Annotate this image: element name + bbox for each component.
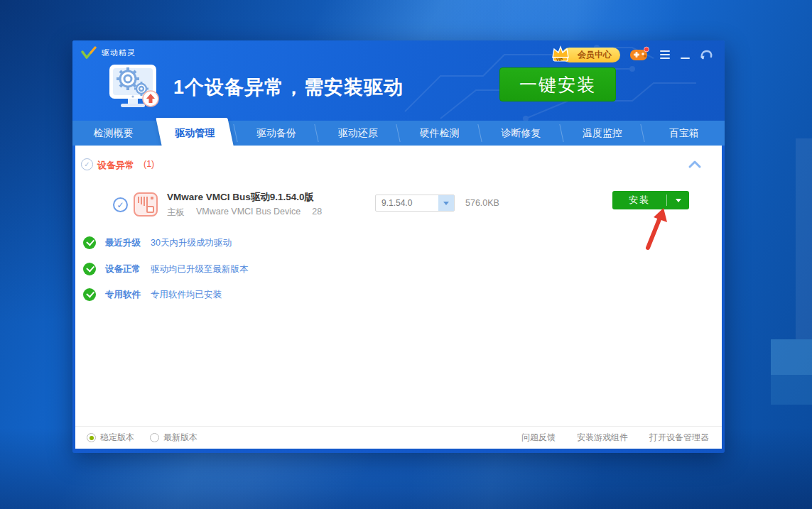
radio-stable-label: 稳定版本 — [100, 432, 134, 444]
radio-latest-label: 最新版本 — [163, 432, 197, 444]
header-headline: 1个设备异常，需安装驱动 — [173, 75, 404, 100]
version-value: 9.1.54.0 — [376, 195, 438, 211]
driver-category: 主板 — [167, 207, 185, 219]
status-label: 专用软件 — [105, 289, 141, 301]
install-split-button[interactable]: 安装 — [612, 191, 689, 209]
member-center-label: 会员中心 — [578, 49, 612, 61]
wallpaper-panel — [771, 375, 812, 405]
motherboard-device-icon — [134, 192, 158, 217]
radio-stable-version[interactable]: 稳定版本 — [87, 432, 134, 444]
status-desc: 驱动均已升级至最新版本 — [151, 263, 249, 275]
driver-device-count: 28 — [312, 207, 322, 219]
link-open-device-manager[interactable]: 打开设备管理器 — [649, 432, 709, 444]
tab-toolbox[interactable]: 百宝箱 — [643, 121, 725, 146]
status-row-device-normal: 设备正常 驱动均已升级至最新版本 — [75, 262, 722, 276]
abnormal-device-section-header: ✓ 设备异常 (1) — [75, 156, 722, 173]
green-check-icon — [83, 288, 96, 301]
content-panel: ✓ 设备异常 (1) ✓ VMware VMCI Bus驱动9.1.54.0版 … — [75, 146, 722, 426]
section-count: (1) — [144, 159, 154, 169]
radio-dot — [87, 433, 96, 442]
status-desc: 30天内升级成功驱动 — [151, 237, 232, 249]
driver-checkbox[interactable]: ✓ — [113, 197, 128, 212]
version-caret-icon — [438, 195, 454, 211]
install-button-label: 安装 — [612, 191, 666, 209]
desktop-wallpaper: 驱动精灵 VIP 会员中心 — [0, 0, 812, 509]
tab-driver-management[interactable]: 驱动管理 — [154, 121, 236, 146]
app-title: 驱动精灵 — [102, 48, 136, 58]
section-check-icon: ✓ — [81, 158, 93, 170]
window-header: 驱动精灵 VIP 会员中心 — [72, 40, 725, 121]
titlebar: 驱动精灵 — [81, 46, 136, 59]
footer-links: 问题反馈 安装游戏组件 打开设备管理器 — [521, 432, 709, 444]
footer-bar: 稳定版本 最新版本 问题反馈 安装游戏组件 打开设备管理器 — [75, 426, 722, 449]
menu-icon[interactable] — [659, 49, 671, 60]
monitor-gear-icon — [105, 62, 165, 116]
status-label: 设备正常 — [105, 263, 141, 275]
radio-dot — [150, 433, 159, 442]
tab-hardware-test[interactable]: 硬件检测 — [399, 121, 480, 146]
driver-device-name: VMware VMCI Bus Device — [196, 207, 301, 219]
driver-name: VMware VMCI Bus驱动9.1.54.0版 — [167, 191, 314, 204]
titlebar-controls: VIP 会员中心 — [562, 46, 713, 63]
app-logo-icon — [81, 46, 97, 59]
section-title: 设备异常 — [97, 159, 134, 172]
status-label: 最近升级 — [105, 237, 141, 249]
status-desc: 专用软件均已安装 — [151, 289, 222, 301]
driver-subtitle: 主板 VMware VMCI Bus Device 28 — [167, 207, 322, 219]
tab-bar: 检测概要 驱动管理 驱动备份 驱动还原 硬件检测 诊断修复 温度监控 百宝箱 — [72, 121, 725, 146]
tab-driver-backup[interactable]: 驱动备份 — [236, 121, 318, 146]
status-row-dedicated-software: 专用软件 专用软件均已安装 — [75, 288, 722, 302]
version-channel-radios: 稳定版本 最新版本 — [87, 432, 197, 444]
undo-arrow-icon[interactable] — [699, 49, 713, 62]
one-click-install-button[interactable]: 一键安装 — [499, 67, 616, 102]
version-select[interactable]: 9.1.54.0 — [375, 195, 455, 212]
link-feedback[interactable]: 问题反馈 — [521, 432, 556, 444]
radio-latest-version[interactable]: 最新版本 — [150, 432, 197, 444]
green-check-icon — [83, 236, 96, 249]
green-check-icon — [83, 263, 96, 275]
vip-crown-icon: VIP — [550, 44, 571, 63]
game-center-icon[interactable] — [629, 46, 649, 63]
collapse-chevron-up-icon[interactable] — [688, 159, 702, 169]
driver-list-row: ✓ VMware VMCI Bus驱动9.1.54.0版 主板 VMware V… — [75, 188, 722, 225]
minimize-icon[interactable] — [681, 58, 690, 59]
wallpaper-panel — [796, 138, 812, 339]
tab-diagnose-repair[interactable]: 诊断修复 — [480, 121, 562, 146]
tab-driver-restore[interactable]: 驱动还原 — [317, 121, 399, 146]
wallpaper-panel — [771, 339, 812, 375]
install-dropdown-icon[interactable] — [667, 191, 689, 209]
link-install-game-components[interactable]: 安装游戏组件 — [577, 432, 628, 444]
member-center-button[interactable]: VIP 会员中心 — [562, 48, 620, 62]
driver-size: 576.0KB — [465, 195, 499, 212]
tab-temperature-monitor[interactable]: 温度监控 — [562, 121, 644, 146]
svg-text:VIP: VIP — [556, 58, 563, 62]
tab-detect-summary[interactable]: 检测概要 — [72, 121, 154, 146]
app-window: 驱动精灵 VIP 会员中心 — [72, 40, 725, 453]
status-row-recent-upgrade: 最近升级 30天内升级成功驱动 — [75, 236, 722, 250]
